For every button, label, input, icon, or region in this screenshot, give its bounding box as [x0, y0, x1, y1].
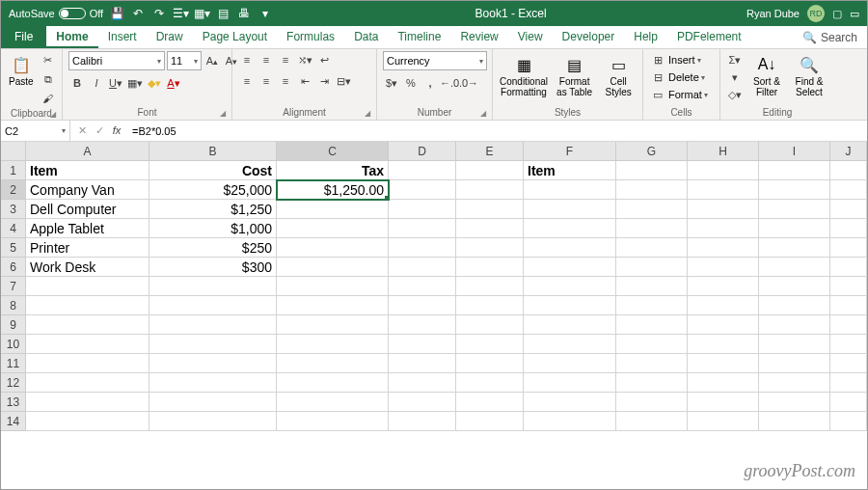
cell-J7[interactable]	[830, 277, 867, 296]
cell-G12[interactable]	[616, 373, 688, 393]
cell-F13[interactable]	[524, 393, 616, 412]
cell-E12[interactable]	[456, 373, 524, 393]
cell-J6[interactable]	[830, 258, 867, 277]
sort-filter-button[interactable]: A↓Sort & Filter	[747, 51, 786, 99]
tab-help[interactable]: Help	[624, 26, 667, 48]
col-header-g[interactable]: G	[616, 142, 688, 160]
cell-D2[interactable]	[389, 180, 456, 200]
cell-G5[interactable]	[616, 238, 688, 258]
cell-I14[interactable]	[759, 412, 830, 431]
orientation-icon[interactable]: ⤭▾	[296, 51, 313, 68]
row-header[interactable]: 7	[1, 277, 26, 296]
row-header[interactable]: 4	[1, 219, 26, 238]
cell-F8[interactable]	[524, 296, 616, 315]
cell-E4[interactable]	[456, 219, 524, 238]
align-bottom-icon[interactable]: ≡	[277, 51, 294, 68]
cell-F10[interactable]	[524, 335, 616, 354]
tab-view[interactable]: View	[508, 26, 553, 48]
cell-I11[interactable]	[759, 354, 830, 373]
cell-H14[interactable]	[688, 412, 759, 431]
cell-F7[interactable]	[524, 277, 616, 296]
row-header[interactable]: 10	[1, 335, 26, 354]
cell-D12[interactable]	[389, 373, 456, 393]
row-header[interactable]: 6	[1, 258, 26, 277]
print-icon[interactable]: 🖶	[234, 4, 254, 23]
cell-E5[interactable]	[456, 238, 524, 258]
cell-D13[interactable]	[389, 393, 456, 412]
cell-C13[interactable]	[277, 393, 389, 412]
formula-input[interactable]: =B2*0.05	[128, 125, 867, 137]
col-header-h[interactable]: H	[688, 142, 759, 160]
cell-J9[interactable]	[830, 315, 867, 335]
paste-button[interactable]: 📋 Paste	[7, 51, 36, 89]
tab-timeline[interactable]: Timeline	[388, 26, 450, 48]
align-top-icon[interactable]: ≡	[238, 51, 256, 68]
font-size-select[interactable]: 11▾	[167, 51, 202, 70]
increase-decimal-icon[interactable]: ←.0	[441, 74, 458, 92]
italic-icon[interactable]: I	[88, 74, 105, 92]
cell-F6[interactable]	[524, 258, 616, 277]
cell-B12[interactable]	[149, 373, 277, 393]
align-middle-icon[interactable]: ≡	[258, 51, 275, 68]
cell-F1[interactable]: Item	[524, 161, 616, 180]
cell-A14[interactable]	[26, 412, 149, 431]
cell-B2[interactable]: $25,000	[149, 180, 277, 200]
row-header[interactable]: 2	[1, 180, 26, 200]
col-header-i[interactable]: I	[759, 142, 830, 160]
delete-cells-button[interactable]: ⊟Delete▾	[649, 68, 708, 86]
col-header-j[interactable]: J	[830, 142, 867, 160]
cell-H3[interactable]	[688, 200, 759, 219]
cell-H1[interactable]	[688, 161, 759, 180]
cell-D6[interactable]	[389, 258, 456, 277]
cell-B1[interactable]: Cost	[149, 161, 277, 180]
cell-H8[interactable]	[688, 296, 759, 315]
row-header[interactable]: 14	[1, 412, 26, 431]
cell-D1[interactable]	[389, 161, 456, 180]
select-all-corner[interactable]	[1, 142, 26, 160]
cell-styles-button[interactable]: ▭Cell Styles	[600, 51, 637, 99]
cell-H4[interactable]	[688, 219, 759, 238]
cell-J13[interactable]	[830, 393, 867, 412]
cell-I7[interactable]	[759, 277, 830, 296]
cell-D10[interactable]	[389, 335, 456, 354]
cell-A12[interactable]	[26, 373, 149, 393]
cell-A5[interactable]: Printer	[26, 238, 149, 258]
cell-E7[interactable]	[456, 277, 524, 296]
cell-H6[interactable]	[688, 258, 759, 277]
number-format-select[interactable]: Currency▾	[383, 51, 487, 70]
cell-H7[interactable]	[688, 277, 759, 296]
cell-G2[interactable]	[616, 180, 688, 200]
number-launcher-icon[interactable]: ◢	[480, 109, 486, 118]
cell-J12[interactable]	[830, 373, 867, 393]
cell-J8[interactable]	[830, 296, 867, 315]
cell-F2[interactable]	[524, 180, 616, 200]
undo-icon[interactable]: ↶	[128, 4, 148, 23]
row-header[interactable]: 13	[1, 393, 26, 412]
cell-A11[interactable]	[26, 354, 149, 373]
cell-C1[interactable]: Tax	[277, 161, 389, 180]
cancel-formula-icon[interactable]: ✕	[74, 124, 90, 137]
tab-formulas[interactable]: Formulas	[277, 26, 344, 48]
cell-G13[interactable]	[616, 393, 688, 412]
align-left-icon[interactable]: ≡	[238, 72, 256, 90]
tab-data[interactable]: Data	[344, 26, 388, 48]
redo-icon[interactable]: ↷	[149, 4, 169, 23]
cell-J3[interactable]	[830, 200, 867, 219]
ribbon-display-icon[interactable]: ▢	[832, 8, 842, 20]
bold-icon[interactable]: B	[68, 74, 86, 92]
cell-F4[interactable]	[524, 219, 616, 238]
cell-H10[interactable]	[688, 335, 759, 354]
cell-B6[interactable]: $300	[149, 258, 277, 277]
decrease-decimal-icon[interactable]: .0→	[460, 74, 477, 92]
window-controls-icon[interactable]: ▭	[850, 8, 859, 20]
cell-D8[interactable]	[389, 296, 456, 315]
cell-C2[interactable]: $1,250.00✚	[277, 180, 389, 200]
cell-D4[interactable]	[389, 219, 456, 238]
cell-B8[interactable]	[149, 296, 277, 315]
conditional-formatting-button[interactable]: ▦Conditional Formatting	[499, 51, 549, 99]
cell-E8[interactable]	[456, 296, 524, 315]
cell-E10[interactable]	[456, 335, 524, 354]
cell-E11[interactable]	[456, 354, 524, 373]
cell-F5[interactable]	[524, 238, 616, 258]
cell-A3[interactable]: Dell Computer	[26, 200, 149, 219]
